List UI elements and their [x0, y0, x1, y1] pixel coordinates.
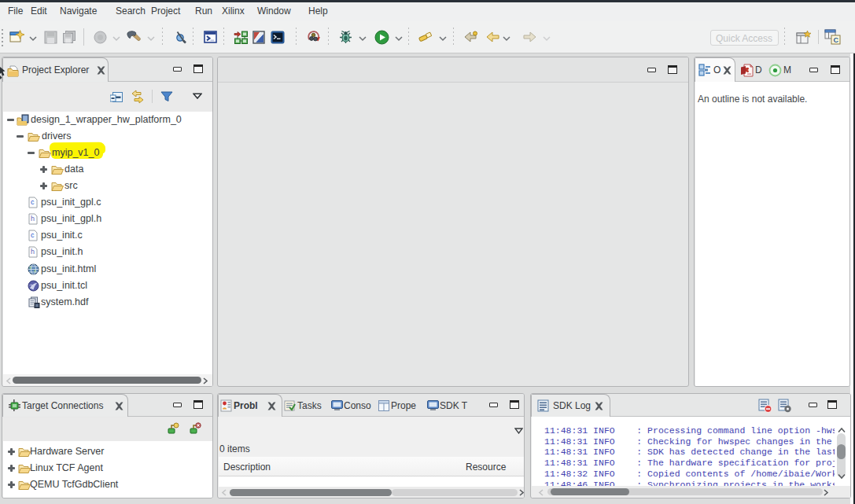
svg-text:c: c	[31, 231, 35, 239]
svg-text:h: h	[31, 215, 35, 223]
svg-text:h: h	[31, 248, 35, 256]
svg-text:c: c	[31, 198, 35, 206]
svg-text:C: C	[834, 36, 839, 44]
